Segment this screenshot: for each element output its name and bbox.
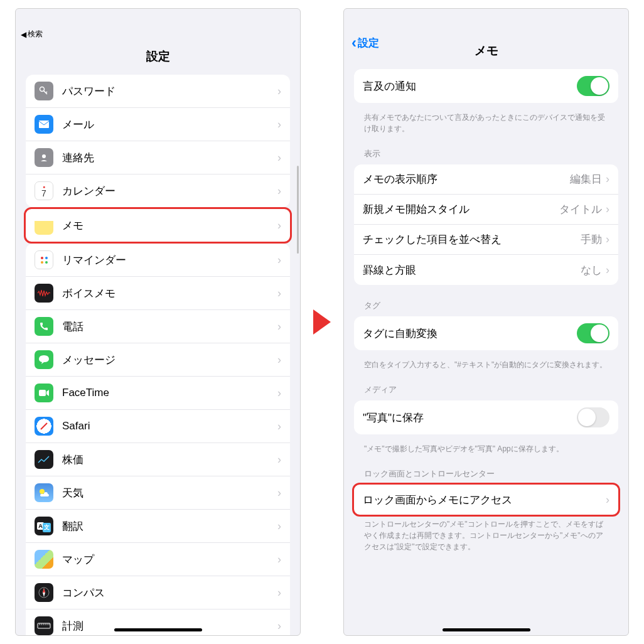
calendar-icon: ●7 xyxy=(35,181,53,200)
chevron-right-icon: › xyxy=(606,233,609,246)
highlight-lock-access: ロック画面からメモにアクセス› xyxy=(352,483,620,517)
breadcrumb-back[interactable]: ◀ 検索 xyxy=(16,28,300,41)
maps-icon xyxy=(35,550,53,569)
row-save-photos[interactable]: "写真"に保存 xyxy=(354,400,618,434)
row-label: 翻訳 xyxy=(62,519,277,534)
home-indicator xyxy=(443,628,530,631)
row-label: 株価 xyxy=(62,453,277,467)
row-label: リマインダー xyxy=(62,253,277,267)
chevron-right-icon: › xyxy=(277,118,281,131)
row-label: 罫線と方眼 xyxy=(363,263,581,277)
row-weather[interactable]: 天気› xyxy=(26,476,290,510)
page-header: ‹設定 メモ xyxy=(344,28,628,69)
toggle-mention[interactable] xyxy=(577,76,609,96)
back-label: 設定 xyxy=(358,36,379,50)
row-maps[interactable]: マップ› xyxy=(26,543,290,576)
row-messages[interactable]: メッセージ› xyxy=(26,343,290,377)
page-title: 設定 xyxy=(16,41,300,75)
row-label: 天気 xyxy=(62,486,277,500)
chevron-right-icon: › xyxy=(277,387,281,400)
row-reminders[interactable]: リマインダー› xyxy=(26,244,290,277)
row-label: ボイスメモ xyxy=(62,286,277,301)
row-label: "写真"に保存 xyxy=(363,411,577,425)
row-label: FaceTime xyxy=(62,387,277,399)
row-facetime[interactable]: FaceTime› xyxy=(26,377,290,410)
row-sort-order[interactable]: メモの表示順序編集日› xyxy=(354,164,618,195)
status-bar xyxy=(344,9,628,28)
row-label: コンパス xyxy=(62,586,277,600)
toggle-knob xyxy=(578,409,596,426)
svg-rect-3 xyxy=(39,390,46,396)
page-title: メモ xyxy=(475,44,498,57)
back-triangle-icon: ◀ xyxy=(21,30,26,39)
chevron-right-icon: › xyxy=(277,453,281,466)
chevron-right-icon: › xyxy=(277,254,281,267)
row-translate[interactable]: A文翻訳› xyxy=(26,510,290,543)
phone-icon xyxy=(35,317,53,336)
row-label: メモ xyxy=(62,218,277,233)
row-label: 連絡先 xyxy=(62,151,277,165)
svg-point-0 xyxy=(40,87,45,92)
chevron-left-icon: ‹ xyxy=(352,35,357,50)
toggle-auto-tag[interactable] xyxy=(577,323,609,343)
row-label: 電話 xyxy=(62,319,277,334)
section-header-lock: ロック画面とコントロールセンター xyxy=(354,464,618,485)
measure-icon xyxy=(35,616,53,635)
row-label: カレンダー xyxy=(62,184,277,198)
home-indicator xyxy=(114,628,202,631)
chevron-right-icon: › xyxy=(277,185,281,198)
row-stocks[interactable]: 株価› xyxy=(26,443,290,476)
section-header-display: 表示 xyxy=(354,144,618,164)
safari-icon xyxy=(35,417,53,436)
facetime-icon xyxy=(35,384,53,402)
svg-point-4 xyxy=(40,489,45,494)
row-auto-tag[interactable]: タグに自動変換 xyxy=(354,316,618,350)
row-phone[interactable]: 電話› xyxy=(26,310,290,343)
row-label: Safari xyxy=(62,420,277,432)
row-label: パスワード xyxy=(62,84,277,99)
row-lock-screen-access[interactable]: ロック画面からメモにアクセス› xyxy=(354,485,618,515)
back-button[interactable]: ‹設定 xyxy=(352,35,379,50)
row-new-note-style[interactable]: 新規メモ開始スタイルタイトル› xyxy=(354,195,618,225)
mail-icon xyxy=(35,115,53,134)
messages-icon xyxy=(35,350,53,369)
toggle-save-photos[interactable] xyxy=(577,407,609,427)
section-footer: 空白をタイプ入力すると、"#テキスト"が自動的にタグに変換されます。 xyxy=(354,355,618,380)
row-calendar[interactable]: ●7カレンダー› xyxy=(26,174,290,207)
row-safari[interactable]: Safari› xyxy=(26,410,290,443)
section-header-tag: タグ xyxy=(354,296,618,316)
svg-point-2 xyxy=(42,154,46,158)
stocks-icon xyxy=(35,450,53,469)
chevron-right-icon: › xyxy=(277,486,281,500)
row-contacts[interactable]: 連絡先› xyxy=(26,141,290,174)
row-value: なし xyxy=(581,263,602,277)
row-password[interactable]: パスワード› xyxy=(26,75,290,108)
row-label: メッセージ xyxy=(62,353,277,367)
chevron-right-icon: › xyxy=(606,173,609,186)
row-value: タイトル xyxy=(559,202,602,217)
section-footer: "メモ"で撮影した写真やビデオを"写真" Appに保存します。 xyxy=(354,439,618,464)
breadcrumb-label: 検索 xyxy=(28,29,43,40)
row-mention-notify[interactable]: 言及の通知 xyxy=(354,69,618,103)
section-header-media: メディア xyxy=(354,380,618,400)
toggle-knob xyxy=(591,325,608,342)
chevron-right-icon: › xyxy=(277,219,281,232)
scroll-indicator xyxy=(297,166,299,254)
row-lines-grids[interactable]: 罫線と方眼なし› xyxy=(354,255,618,285)
row-label: チェックした項目を並べ替え xyxy=(363,232,581,247)
chevron-right-icon: › xyxy=(606,203,609,216)
row-voicememo[interactable]: ボイスメモ› xyxy=(26,277,290,310)
row-label: ロック画面からメモにアクセス xyxy=(363,493,606,507)
chevron-right-icon: › xyxy=(277,586,281,599)
row-label: 新規メモ開始スタイル xyxy=(363,202,559,217)
row-checked-sort[interactable]: チェックした項目を並べ替え手動› xyxy=(354,225,618,255)
chevron-right-icon: › xyxy=(277,85,281,98)
toggle-knob xyxy=(591,77,608,95)
row-mail[interactable]: メール› xyxy=(26,108,290,141)
row-notes[interactable]: メモ› xyxy=(26,209,290,242)
chevron-right-icon: › xyxy=(606,493,609,507)
row-compass[interactable]: コンパス› xyxy=(26,576,290,609)
reminders-icon xyxy=(35,250,53,269)
chevron-right-icon: › xyxy=(277,353,281,367)
section-footer: 共有メモであなたについて言及があったときにこのデバイスで通知を受け取ります。 xyxy=(354,108,618,144)
